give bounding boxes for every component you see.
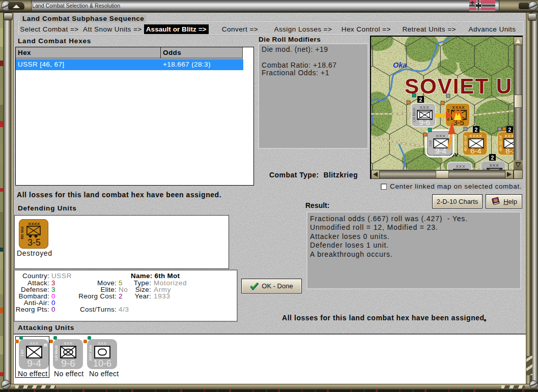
svg-text:XXX: XXX bbox=[30, 341, 38, 346]
svg-text:XXX: XXX bbox=[456, 164, 465, 169]
svg-text:XXXX: XXXX bbox=[28, 222, 40, 226]
svg-text:2: 2 bbox=[475, 127, 478, 133]
svg-text:XXXX: XXXX bbox=[504, 134, 514, 138]
svg-text:4th GD Inf: 4th GD Inf bbox=[499, 135, 502, 152]
svg-text:6th Mot: 6th Mot bbox=[20, 226, 24, 239]
svg-text:XXXX: XXXX bbox=[469, 134, 482, 138]
svg-text:10-6: 10-6 bbox=[93, 358, 111, 369]
svg-text:4th GD Inf: 4th GD Inf bbox=[464, 135, 467, 152]
svg-text:9-4: 9-4 bbox=[27, 358, 41, 369]
svg-text:9-6: 9-6 bbox=[419, 118, 430, 127]
svg-text:XXX: XXX bbox=[489, 163, 499, 168]
svg-text:3-5: 3-5 bbox=[27, 237, 40, 248]
svg-text:9-6: 9-6 bbox=[61, 358, 75, 369]
svg-text:XXX: XXX bbox=[419, 105, 429, 110]
svg-text:XXX: XXX bbox=[64, 341, 72, 346]
svg-text:LVI Mech: LVI Mech bbox=[54, 345, 58, 360]
svg-text:I Inf: I Inf bbox=[429, 140, 432, 146]
svg-text:6-4: 6-4 bbox=[470, 146, 482, 155]
svg-text:2: 2 bbox=[508, 127, 512, 133]
svg-text:LVI Mech: LVI Mech bbox=[412, 108, 416, 122]
svg-text:2: 2 bbox=[491, 155, 494, 161]
svg-text:R: R bbox=[44, 342, 47, 348]
svg-text:SOVIET U: SOVIET U bbox=[405, 74, 513, 98]
svg-text:XXIV Arm: XXIV Arm bbox=[89, 345, 92, 361]
svg-text:2: 2 bbox=[419, 97, 422, 103]
svg-text:XXX: XXX bbox=[436, 134, 445, 138]
svg-text:I Inf: I Inf bbox=[20, 349, 24, 356]
svg-text:8-3: 8-3 bbox=[505, 146, 514, 155]
svg-text:9-4: 9-4 bbox=[435, 146, 446, 155]
svg-text:Oka: Oka bbox=[393, 61, 407, 69]
svg-text:XXX: XXX bbox=[98, 341, 106, 346]
svg-text:XXXX: XXXX bbox=[452, 105, 465, 110]
